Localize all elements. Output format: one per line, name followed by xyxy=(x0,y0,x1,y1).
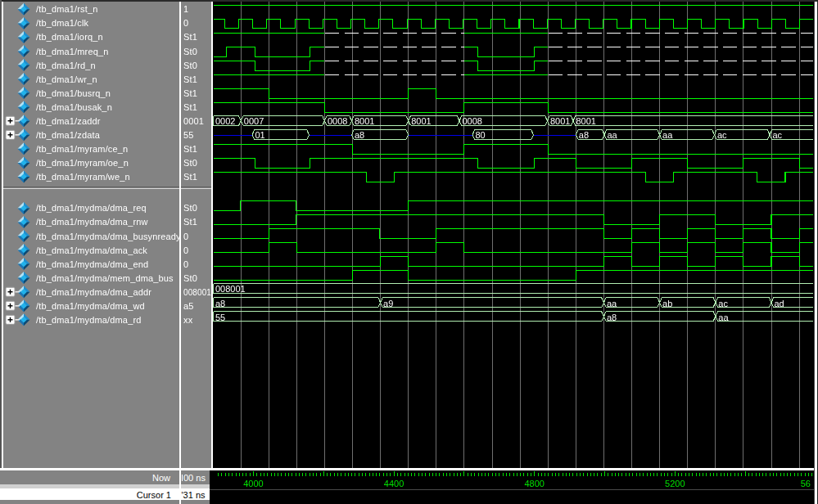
svg-text:01: 01 xyxy=(255,130,265,140)
svg-text:0008: 0008 xyxy=(463,116,482,126)
svg-text:St1: St1 xyxy=(183,88,197,98)
svg-text:/tb_dma1/mydma/dma_ack: /tb_dma1/mydma/dma_ack xyxy=(36,245,147,255)
svg-text:/tb_dma1/mydma/dma_addr: /tb_dma1/mydma/dma_addr xyxy=(36,287,151,297)
svg-text:0: 0 xyxy=(183,232,188,241)
svg-text:5200: 5200 xyxy=(665,479,685,488)
svg-text:St1: St1 xyxy=(183,74,197,84)
svg-text:55: 55 xyxy=(183,130,194,140)
svg-text:St0: St0 xyxy=(183,61,197,70)
svg-text:aa: aa xyxy=(608,130,618,140)
svg-text:St1: St1 xyxy=(183,217,197,227)
svg-text:0007: 0007 xyxy=(244,116,264,126)
svg-text:St1: St1 xyxy=(183,102,197,112)
svg-text:8001: 8001 xyxy=(550,116,570,126)
svg-text:0: 0 xyxy=(183,18,188,28)
svg-text:1: 1 xyxy=(183,4,188,14)
svg-text:St0: St0 xyxy=(183,203,197,213)
svg-text:St0: St0 xyxy=(183,273,197,283)
svg-text:/tb_dma1/mydma/mem_dma_bus: /tb_dma1/mydma/mem_dma_bus xyxy=(36,273,174,283)
svg-text:xx: xx xyxy=(183,315,193,325)
svg-text:a8: a8 xyxy=(355,130,364,140)
svg-text:a8: a8 xyxy=(579,130,589,140)
svg-text:a5: a5 xyxy=(183,301,194,311)
svg-text:/tb_dma1/wr_n: /tb_dma1/wr_n xyxy=(36,74,97,84)
svg-text:0001: 0001 xyxy=(183,116,204,126)
svg-text:/tb_dma1/zaddr: /tb_dma1/zaddr xyxy=(36,116,101,126)
svg-text:/tb_dma1/busrq_n: /tb_dma1/busrq_n xyxy=(36,88,111,98)
svg-text:St0: St0 xyxy=(183,47,197,56)
svg-text:8001: 8001 xyxy=(411,116,431,126)
svg-text:aa: aa xyxy=(718,313,729,322)
svg-text:/tb_dma1/rst_n: /tb_dma1/rst_n xyxy=(36,4,97,14)
svg-text:ab: ab xyxy=(662,299,672,308)
svg-text:/tb_dma1/zdata: /tb_dma1/zdata xyxy=(36,130,101,140)
svg-text:/tb_dma1/myram/ce_n: /tb_dma1/myram/ce_n xyxy=(36,144,128,154)
svg-text:/tb_dma1/myram/oe_n: /tb_dma1/myram/oe_n xyxy=(36,158,129,168)
svg-text:/tb_dma1/clk: /tb_dma1/clk xyxy=(36,18,89,28)
svg-text:/tb_dma1/mydma/dma_req: /tb_dma1/mydma/dma_req xyxy=(36,203,147,213)
svg-text:4400: 4400 xyxy=(384,479,404,488)
svg-text:0: 0 xyxy=(183,259,188,269)
svg-text:ac: ac xyxy=(718,299,728,308)
svg-text:/tb_dma1/busak_n: /tb_dma1/busak_n xyxy=(36,102,112,112)
svg-text:/tb_dma1/iorq_n: /tb_dma1/iorq_n xyxy=(36,32,103,42)
svg-text:/tb_dma1/rd_n: /tb_dma1/rd_n xyxy=(36,61,96,70)
svg-text:4000: 4000 xyxy=(243,479,263,488)
svg-text:ad: ad xyxy=(775,299,784,308)
svg-text:0: 0 xyxy=(183,245,188,255)
svg-text:St1: St1 xyxy=(183,32,197,42)
svg-text:/tb_dma1/mydma/dma_wd: /tb_dma1/mydma/dma_wd xyxy=(36,301,145,311)
svg-text:/tb_dma1/mydma/dma_end: /tb_dma1/mydma/dma_end xyxy=(36,259,148,269)
svg-text:St1: St1 xyxy=(183,144,197,154)
svg-text:0008: 0008 xyxy=(328,116,347,126)
svg-text:St1: St1 xyxy=(183,172,197,182)
svg-text:aa: aa xyxy=(662,130,673,140)
svg-text:/tb_dma1/myram/we_n: /tb_dma1/myram/we_n xyxy=(36,172,130,182)
svg-text:008001: 008001 xyxy=(183,287,211,297)
svg-text:a8: a8 xyxy=(607,313,617,322)
svg-text:4800: 4800 xyxy=(524,479,544,488)
svg-text:/tb_dma1/mydma/dma_busynready: /tb_dma1/mydma/dma_busynready xyxy=(36,232,181,241)
svg-text:a9: a9 xyxy=(383,299,393,308)
svg-text:/tb_dma1/mydma/dma_rd: /tb_dma1/mydma/dma_rd xyxy=(36,315,141,325)
svg-text:0002: 0002 xyxy=(215,116,235,126)
svg-text:/tb_dma1/mreq_n: /tb_dma1/mreq_n xyxy=(36,47,108,56)
svg-text:008001: 008001 xyxy=(215,284,246,294)
svg-text:ac: ac xyxy=(773,130,783,140)
svg-text:56: 56 xyxy=(801,479,811,488)
svg-text:a8: a8 xyxy=(215,299,225,308)
svg-text:ac: ac xyxy=(717,130,727,140)
svg-text:aa: aa xyxy=(607,299,617,308)
svg-text:St0: St0 xyxy=(183,158,197,168)
svg-text:/tb_dma1/mydma/dma_rnw: /tb_dma1/mydma/dma_rnw xyxy=(36,217,148,227)
svg-text:55: 55 xyxy=(215,313,225,322)
svg-text:8001: 8001 xyxy=(576,116,596,126)
svg-text:8001: 8001 xyxy=(355,116,374,126)
svg-text:80: 80 xyxy=(476,130,486,140)
